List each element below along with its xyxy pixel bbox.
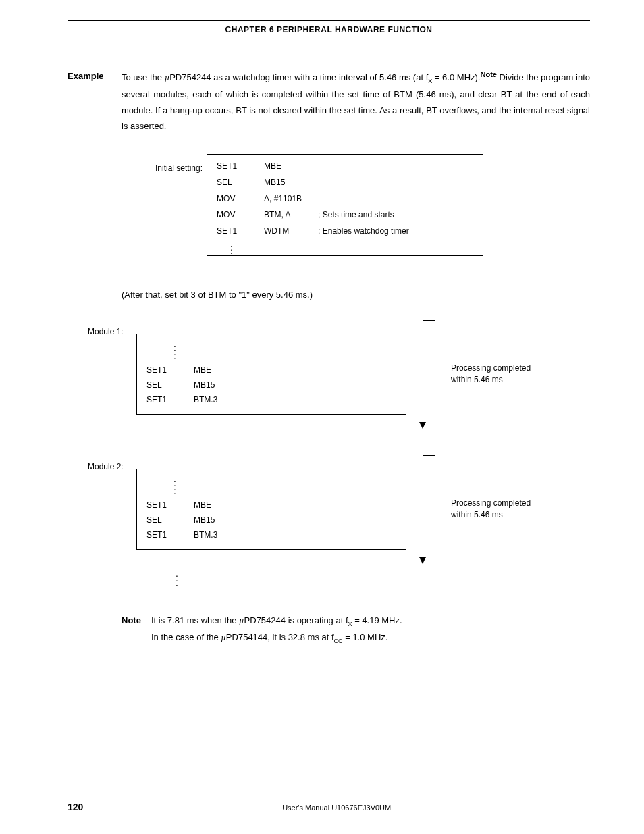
page: CHAPTER 6 PERIPHERAL HARDWARE FUNCTION E… (0, 0, 644, 834)
vdots-icon: ... (230, 242, 473, 253)
code-col-a: SET1 (146, 395, 194, 405)
code-col-a: SET1 (146, 530, 194, 540)
note-l1c: = 4.19 MHz. (352, 615, 402, 625)
code-col-a: SET1 (217, 161, 264, 171)
code-col-b: MBE (194, 365, 241, 375)
example-text-a: To use the (122, 72, 165, 82)
page-number: 120 (68, 802, 83, 812)
note-l1a: It is 7.81 ms when the (151, 615, 239, 625)
chapter-title: CHAPTER 6 PERIPHERAL HARDWARE FUNCTION (68, 25, 590, 34)
code-col-b: BTM.3 (194, 395, 241, 405)
note-l1b: PD754244 is operating at f (244, 615, 348, 625)
module-1-row: Module 1: .... SET1 MBE SEL MB15 SET1 BT… (88, 320, 590, 428)
proc-line2: within 5.46 ms (451, 509, 552, 521)
code-row: MOV BTM, A ; Sets time and starts (217, 210, 473, 219)
note-l2a: In the case of the (151, 632, 221, 642)
code-col-c (318, 194, 473, 203)
code-row: SET1 MBE (146, 365, 396, 375)
vdots-icon: ... (176, 571, 590, 585)
module-1-code-box: .... SET1 MBE SEL MB15 SET1 BTM.3 (136, 334, 406, 415)
range-indicator-icon (419, 455, 439, 563)
code-col-a: SET1 (146, 365, 194, 375)
range-indicator-icon (419, 320, 439, 428)
code-row: SET1 BTM.3 (146, 395, 396, 405)
code-col-b: BTM.3 (194, 530, 241, 540)
proc-line1: Processing completed (451, 363, 531, 373)
footer-center-text: User's Manual U10676EJ3V0UM (83, 804, 590, 812)
note-block: Note It is 7.81 ms when the µPD754244 is… (122, 613, 590, 646)
code-col-a: SET1 (217, 226, 264, 236)
example-label: Example (68, 68, 122, 84)
code-row: SEL MB15 (146, 380, 396, 390)
code-col-c: ; Enables watchdog timer (318, 226, 473, 236)
note-l2c: = 1.0 MHz. (343, 632, 388, 642)
page-footer: 120 User's Manual U10676EJ3V0UM (68, 802, 590, 812)
processing-text: Processing completed within 5.46 ms (451, 498, 552, 521)
example-text: To use the µPD754244 as a watchdog timer… (122, 68, 590, 134)
code-row: SET1 WDTM ; Enables watchdog timer (217, 226, 473, 236)
after-text: (After that, set bit 3 of BTM to "1" eve… (122, 290, 590, 300)
code-row: SEL MB15 (217, 178, 473, 187)
vdots-icon: .... (173, 342, 396, 359)
code-col-a: SEL (217, 178, 264, 187)
processing-text: Processing completed within 5.46 ms (451, 363, 552, 386)
module-1-label: Module 1: (88, 320, 136, 336)
code-row: SEL MB15 (146, 515, 396, 525)
module-2-label: Module 2: (88, 455, 136, 471)
code-col-b: MB15 (194, 380, 241, 390)
note-superscript: Note (480, 70, 496, 78)
code-col-a: SET1 (146, 500, 194, 510)
vdots-icon: .... (173, 477, 396, 494)
code-col-a: SEL (146, 515, 194, 525)
note-line1: It is 7.81 ms when the µPD754244 is oper… (151, 613, 590, 629)
example-text-b: PD754244 as a watchdog timer with a time… (169, 72, 428, 82)
note-l2b: PD754144, it is 32.8 ms at f (226, 632, 334, 642)
initial-code-box: SET1 MBE SEL MB15 MOV A, #1101B MOV BTM,… (207, 154, 483, 256)
code-col-c: ; Sets time and starts (318, 210, 473, 219)
example-block: Example To use the µPD754244 as a watchd… (68, 68, 590, 134)
code-col-b: WDTM (264, 226, 318, 236)
code-col-a: MOV (217, 194, 264, 203)
code-col-b: MB15 (194, 515, 241, 525)
mu-glyph: µ (239, 615, 244, 625)
code-col-c (318, 161, 473, 171)
example-text-c: = 6.0 MHz). (432, 72, 480, 82)
note-line2: In the case of the µPD754144, it is 32.8… (151, 629, 590, 646)
proc-line2: within 5.46 ms (451, 374, 552, 386)
proc-line1: Processing completed (451, 498, 531, 508)
code-row: SET1 MBE (146, 500, 396, 510)
code-col-b: A, #1101B (264, 194, 318, 203)
code-col-a: SEL (146, 380, 194, 390)
code-col-b: BTM, A (264, 210, 318, 219)
code-col-c (318, 178, 473, 187)
code-row: SET1 BTM.3 (146, 530, 396, 540)
note-label: Note (122, 613, 151, 646)
code-col-b: MBE (264, 161, 318, 171)
sub-cc: CC (334, 637, 343, 644)
note-body: It is 7.81 ms when the µPD754244 is oper… (151, 613, 590, 646)
module-2-code-box: .... SET1 MBE SEL MB15 SET1 BTM.3 (136, 469, 406, 550)
initial-setting-row: Initial setting: SET1 MBE SEL MB15 MOV A… (155, 154, 590, 256)
code-row: SET1 MBE (217, 161, 473, 171)
code-row: MOV A, #1101B (217, 194, 473, 203)
code-col-b: MB15 (264, 178, 318, 187)
module-2-row: Module 2: .... SET1 MBE SEL MB15 SET1 BT… (88, 455, 590, 563)
header-rule (68, 20, 590, 21)
code-col-b: MBE (194, 500, 241, 510)
initial-setting-label: Initial setting: (155, 154, 207, 173)
mu-glyph: µ (221, 632, 226, 642)
code-col-a: MOV (217, 210, 264, 219)
